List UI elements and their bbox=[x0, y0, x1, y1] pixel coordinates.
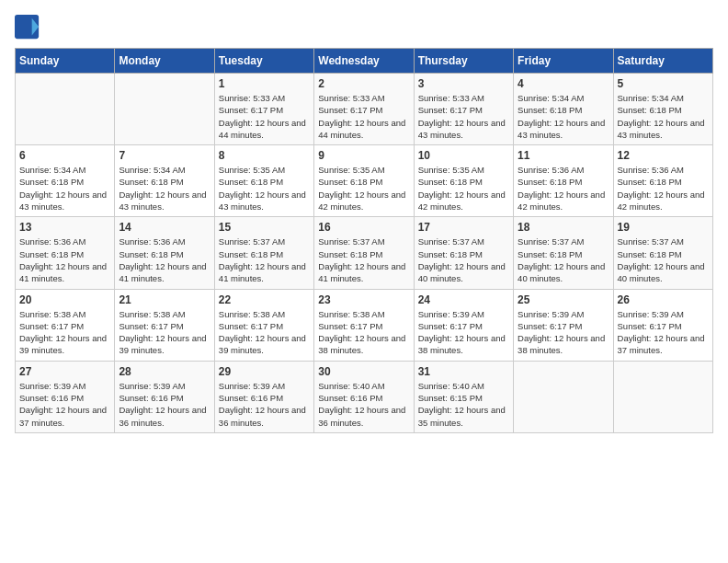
day-info: Sunrise: 5:36 AM Sunset: 6:18 PM Dayligh… bbox=[119, 236, 210, 284]
calendar-week-5: 27Sunrise: 5:39 AM Sunset: 6:16 PM Dayli… bbox=[16, 361, 713, 432]
day-number: 19 bbox=[618, 221, 709, 234]
day-number: 22 bbox=[219, 293, 310, 306]
calendar-cell: 7Sunrise: 5:34 AM Sunset: 6:18 PM Daylig… bbox=[115, 145, 214, 217]
logo bbox=[15, 15, 44, 40]
calendar-cell: 24Sunrise: 5:39 AM Sunset: 6:17 PM Dayli… bbox=[414, 289, 513, 361]
day-info: Sunrise: 5:35 AM Sunset: 6:18 PM Dayligh… bbox=[219, 164, 310, 213]
calendar-cell: 17Sunrise: 5:37 AM Sunset: 6:18 PM Dayli… bbox=[414, 217, 513, 289]
day-number: 7 bbox=[119, 149, 210, 162]
day-number: 28 bbox=[119, 365, 210, 378]
weekday-header-sunday: Sunday bbox=[16, 49, 115, 74]
day-info: Sunrise: 5:36 AM Sunset: 6:18 PM Dayligh… bbox=[19, 236, 110, 284]
day-number: 10 bbox=[418, 149, 509, 162]
calendar-cell: 6Sunrise: 5:34 AM Sunset: 6:18 PM Daylig… bbox=[16, 145, 115, 217]
day-info: Sunrise: 5:35 AM Sunset: 6:18 PM Dayligh… bbox=[318, 164, 409, 213]
calendar-cell: 18Sunrise: 5:37 AM Sunset: 6:18 PM Dayli… bbox=[514, 217, 613, 289]
calendar-table: SundayMondayTuesdayWednesdayThursdayFrid… bbox=[15, 48, 713, 433]
calendar-cell: 30Sunrise: 5:40 AM Sunset: 6:16 PM Dayli… bbox=[314, 361, 414, 432]
day-info: Sunrise: 5:34 AM Sunset: 6:18 PM Dayligh… bbox=[618, 92, 709, 141]
logo-icon bbox=[15, 15, 40, 40]
calendar-body: 1Sunrise: 5:33 AM Sunset: 6:17 PM Daylig… bbox=[16, 74, 713, 433]
day-info: Sunrise: 5:34 AM Sunset: 6:18 PM Dayligh… bbox=[119, 164, 210, 213]
day-info: Sunrise: 5:37 AM Sunset: 6:18 PM Dayligh… bbox=[318, 236, 409, 284]
day-number: 13 bbox=[19, 221, 110, 234]
day-number: 18 bbox=[518, 221, 609, 234]
weekday-header-friday: Friday bbox=[514, 49, 613, 74]
day-number: 14 bbox=[119, 221, 210, 234]
page-header bbox=[15, 15, 713, 40]
calendar-cell: 11Sunrise: 5:36 AM Sunset: 6:18 PM Dayli… bbox=[514, 145, 613, 217]
day-info: Sunrise: 5:37 AM Sunset: 6:18 PM Dayligh… bbox=[518, 236, 609, 284]
calendar-cell bbox=[115, 74, 214, 145]
day-info: Sunrise: 5:39 AM Sunset: 6:17 PM Dayligh… bbox=[618, 308, 709, 357]
calendar-cell: 1Sunrise: 5:33 AM Sunset: 6:17 PM Daylig… bbox=[214, 74, 313, 145]
calendar-header-row: SundayMondayTuesdayWednesdayThursdayFrid… bbox=[16, 49, 713, 74]
calendar-cell: 22Sunrise: 5:38 AM Sunset: 6:17 PM Dayli… bbox=[214, 289, 313, 361]
day-number: 1 bbox=[219, 77, 310, 90]
calendar-cell: 2Sunrise: 5:33 AM Sunset: 6:17 PM Daylig… bbox=[314, 74, 414, 145]
calendar-cell: 9Sunrise: 5:35 AM Sunset: 6:18 PM Daylig… bbox=[314, 145, 414, 217]
day-number: 11 bbox=[518, 149, 609, 162]
weekday-header-thursday: Thursday bbox=[414, 49, 513, 74]
day-number: 20 bbox=[19, 293, 110, 306]
day-info: Sunrise: 5:33 AM Sunset: 6:17 PM Dayligh… bbox=[219, 92, 310, 141]
calendar-cell: 12Sunrise: 5:36 AM Sunset: 6:18 PM Dayli… bbox=[613, 145, 712, 217]
calendar-cell: 5Sunrise: 5:34 AM Sunset: 6:18 PM Daylig… bbox=[613, 74, 712, 145]
day-info: Sunrise: 5:36 AM Sunset: 6:18 PM Dayligh… bbox=[618, 164, 709, 213]
day-info: Sunrise: 5:39 AM Sunset: 6:17 PM Dayligh… bbox=[518, 308, 609, 357]
day-info: Sunrise: 5:39 AM Sunset: 6:16 PM Dayligh… bbox=[19, 380, 110, 429]
weekday-header-saturday: Saturday bbox=[613, 49, 712, 74]
calendar-cell: 10Sunrise: 5:35 AM Sunset: 6:18 PM Dayli… bbox=[414, 145, 513, 217]
calendar-cell: 20Sunrise: 5:38 AM Sunset: 6:17 PM Dayli… bbox=[16, 289, 115, 361]
calendar-cell: 21Sunrise: 5:38 AM Sunset: 6:17 PM Dayli… bbox=[115, 289, 214, 361]
day-info: Sunrise: 5:40 AM Sunset: 6:16 PM Dayligh… bbox=[318, 380, 409, 429]
day-info: Sunrise: 5:38 AM Sunset: 6:17 PM Dayligh… bbox=[119, 308, 210, 357]
calendar-cell: 16Sunrise: 5:37 AM Sunset: 6:18 PM Dayli… bbox=[314, 217, 414, 289]
calendar-cell: 4Sunrise: 5:34 AM Sunset: 6:18 PM Daylig… bbox=[514, 74, 613, 145]
day-info: Sunrise: 5:33 AM Sunset: 6:17 PM Dayligh… bbox=[418, 92, 509, 141]
weekday-header-monday: Monday bbox=[115, 49, 214, 74]
calendar-cell: 3Sunrise: 5:33 AM Sunset: 6:17 PM Daylig… bbox=[414, 74, 513, 145]
day-info: Sunrise: 5:36 AM Sunset: 6:18 PM Dayligh… bbox=[518, 164, 609, 213]
day-info: Sunrise: 5:40 AM Sunset: 6:15 PM Dayligh… bbox=[418, 380, 509, 429]
day-number: 9 bbox=[318, 149, 409, 162]
calendar-week-3: 13Sunrise: 5:36 AM Sunset: 6:18 PM Dayli… bbox=[16, 217, 713, 289]
day-info: Sunrise: 5:35 AM Sunset: 6:18 PM Dayligh… bbox=[418, 164, 509, 213]
day-number: 2 bbox=[318, 77, 409, 90]
calendar-week-1: 1Sunrise: 5:33 AM Sunset: 6:17 PM Daylig… bbox=[16, 74, 713, 145]
day-number: 3 bbox=[418, 77, 509, 90]
calendar-cell: 28Sunrise: 5:39 AM Sunset: 6:16 PM Dayli… bbox=[115, 361, 214, 432]
day-number: 23 bbox=[318, 293, 409, 306]
day-info: Sunrise: 5:33 AM Sunset: 6:17 PM Dayligh… bbox=[318, 92, 409, 141]
calendar-cell: 31Sunrise: 5:40 AM Sunset: 6:15 PM Dayli… bbox=[414, 361, 513, 432]
day-info: Sunrise: 5:39 AM Sunset: 6:16 PM Dayligh… bbox=[219, 380, 310, 429]
day-info: Sunrise: 5:37 AM Sunset: 6:18 PM Dayligh… bbox=[219, 236, 310, 284]
calendar-week-2: 6Sunrise: 5:34 AM Sunset: 6:18 PM Daylig… bbox=[16, 145, 713, 217]
calendar-cell: 13Sunrise: 5:36 AM Sunset: 6:18 PM Dayli… bbox=[16, 217, 115, 289]
day-number: 12 bbox=[618, 149, 709, 162]
day-number: 4 bbox=[518, 77, 609, 90]
calendar-cell bbox=[16, 74, 115, 145]
day-info: Sunrise: 5:34 AM Sunset: 6:18 PM Dayligh… bbox=[518, 92, 609, 141]
weekday-header-tuesday: Tuesday bbox=[214, 49, 313, 74]
day-info: Sunrise: 5:37 AM Sunset: 6:18 PM Dayligh… bbox=[418, 236, 509, 284]
calendar-cell: 14Sunrise: 5:36 AM Sunset: 6:18 PM Dayli… bbox=[115, 217, 214, 289]
calendar-cell: 8Sunrise: 5:35 AM Sunset: 6:18 PM Daylig… bbox=[214, 145, 313, 217]
day-info: Sunrise: 5:38 AM Sunset: 6:17 PM Dayligh… bbox=[19, 308, 110, 357]
calendar-cell bbox=[514, 361, 613, 432]
day-number: 16 bbox=[318, 221, 409, 234]
day-number: 26 bbox=[618, 293, 709, 306]
day-number: 27 bbox=[19, 365, 110, 378]
calendar-cell: 23Sunrise: 5:38 AM Sunset: 6:17 PM Dayli… bbox=[314, 289, 414, 361]
calendar-week-4: 20Sunrise: 5:38 AM Sunset: 6:17 PM Dayli… bbox=[16, 289, 713, 361]
day-info: Sunrise: 5:38 AM Sunset: 6:17 PM Dayligh… bbox=[219, 308, 310, 357]
calendar-cell: 25Sunrise: 5:39 AM Sunset: 6:17 PM Dayli… bbox=[514, 289, 613, 361]
weekday-header-wednesday: Wednesday bbox=[314, 49, 414, 74]
calendar-cell: 15Sunrise: 5:37 AM Sunset: 6:18 PM Dayli… bbox=[214, 217, 313, 289]
day-number: 30 bbox=[318, 365, 409, 378]
day-number: 21 bbox=[119, 293, 210, 306]
day-number: 8 bbox=[219, 149, 310, 162]
calendar-cell: 29Sunrise: 5:39 AM Sunset: 6:16 PM Dayli… bbox=[214, 361, 313, 432]
day-number: 17 bbox=[418, 221, 509, 234]
day-info: Sunrise: 5:38 AM Sunset: 6:17 PM Dayligh… bbox=[318, 308, 409, 357]
